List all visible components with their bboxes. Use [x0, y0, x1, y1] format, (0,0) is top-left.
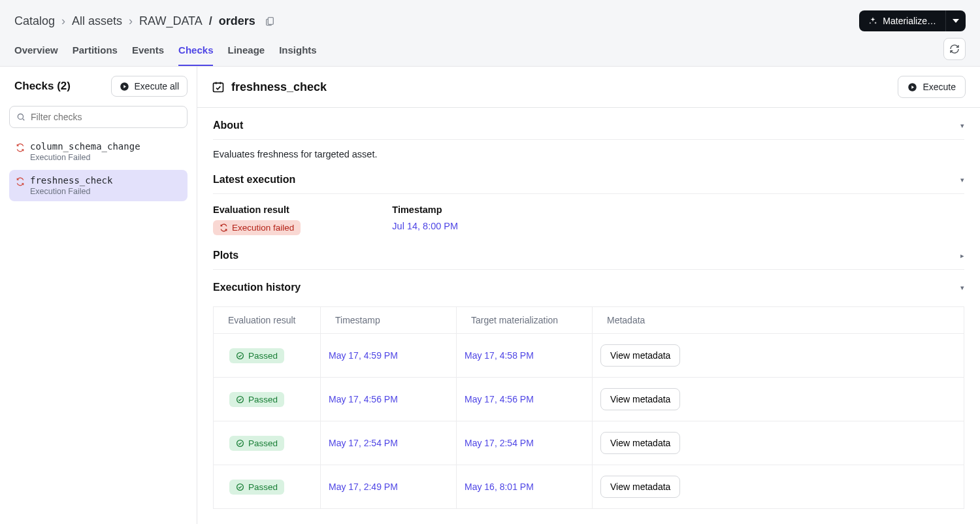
cell-timestamp: May 17, 2:49 PM: [321, 465, 457, 509]
cell-metadata: View metadata: [593, 465, 964, 509]
breadcrumb-all-assets[interactable]: All assets: [72, 14, 122, 28]
tab-overview[interactable]: Overview: [14, 37, 58, 66]
breadcrumb-catalog[interactable]: Catalog: [14, 14, 55, 28]
caret-right-icon: ▸: [960, 252, 964, 260]
materialize-dropdown[interactable]: [945, 10, 966, 31]
cell-evaluation-result: Passed: [214, 378, 321, 421]
play-circle-icon: [120, 82, 129, 91]
svg-rect-0: [268, 18, 273, 25]
breadcrumb-row: Catalog › All assets › RAW_DATA / orders…: [0, 0, 980, 37]
status-badge-label: Execution failed: [232, 223, 294, 233]
check-item-freshness-check[interactable]: freshness_check Execution Failed: [9, 170, 188, 201]
check-item-texts: freshness_check Execution Failed: [30, 175, 112, 196]
timestamp-link[interactable]: May 17, 2:54 PM: [329, 438, 398, 448]
tab-insights[interactable]: Insights: [279, 37, 317, 66]
check-item-name: freshness_check: [30, 175, 112, 186]
status-badge-label: Passed: [248, 351, 278, 361]
svg-point-2: [18, 114, 23, 119]
target-materialization-link[interactable]: May 16, 8:01 PM: [465, 482, 534, 492]
cell-target-materialization: May 17, 4:58 PM: [457, 334, 593, 378]
caret-down-icon: ▾: [960, 176, 964, 184]
latest-execution-heading: Latest execution: [213, 174, 295, 186]
tabs: Overview Partitions Events Checks Lineag…: [14, 37, 317, 66]
about-section: About ▾ Evaluates freshness for targeted…: [197, 108, 980, 162]
plots-heading-row[interactable]: Plots ▸: [213, 238, 964, 270]
sync-fail-icon: [220, 223, 228, 232]
topbar: Catalog › All assets › RAW_DATA / orders…: [0, 0, 980, 67]
cell-timestamp: May 17, 4:56 PM: [321, 378, 457, 421]
cell-target-materialization: May 17, 2:54 PM: [457, 421, 593, 465]
checks-sidebar: Checks (2) Execute all column_schema_cha…: [0, 67, 197, 524]
chevron-right-icon: ›: [61, 14, 65, 28]
execute-button-label: Execute: [923, 82, 956, 92]
content-title-text: freshness_check: [231, 80, 327, 94]
play-circle-icon: [907, 82, 917, 92]
svg-rect-3: [214, 83, 223, 91]
timestamp-link[interactable]: May 17, 4:56 PM: [329, 394, 398, 404]
plots-section: Plots ▸: [197, 238, 980, 270]
execution-history-heading: Execution history: [213, 282, 301, 293]
tab-checks[interactable]: Checks: [178, 37, 213, 66]
refresh-icon: [949, 44, 960, 54]
view-metadata-button[interactable]: View metadata: [600, 344, 680, 367]
breadcrumb-sep-slash: /: [209, 14, 212, 28]
col-evaluation-result: Evaluation result: [214, 307, 321, 334]
view-metadata-button[interactable]: View metadata: [600, 388, 680, 410]
status-badge: Execution failed: [213, 220, 301, 235]
timestamp-block: Timestamp Jul 14, 8:00 PM: [392, 205, 458, 235]
materialize-button-label: Materialize…: [883, 16, 936, 26]
check-circle-icon: [236, 439, 244, 448]
tab-events[interactable]: Events: [132, 37, 164, 66]
execution-history-heading-row[interactable]: Execution history ▾: [213, 270, 964, 301]
breadcrumb-raw-data[interactable]: RAW_DATA: [139, 14, 203, 28]
sidebar-title: Checks (2): [14, 80, 71, 93]
search-icon: [16, 112, 25, 122]
materialize-button[interactable]: Materialize…: [859, 10, 945, 31]
tab-partitions[interactable]: Partitions: [73, 37, 118, 66]
check-list: column_schema_change Execution Failed fr…: [0, 136, 197, 201]
about-heading: About: [213, 120, 243, 131]
about-heading-row[interactable]: About ▾: [213, 108, 964, 140]
clipboard-icon[interactable]: [262, 16, 275, 26]
refresh-button[interactable]: [943, 38, 966, 60]
check-badge-icon: [212, 80, 225, 93]
sync-fail-icon: [16, 141, 25, 162]
status-badge: Passed: [229, 436, 284, 451]
sparkle-icon: [868, 16, 877, 25]
view-metadata-button[interactable]: View metadata: [600, 476, 680, 498]
filter-input-wrap[interactable]: [9, 106, 188, 128]
table-row: PassedMay 17, 4:59 PMMay 17, 4:58 PMView…: [214, 334, 964, 378]
about-body: Evaluates freshness for targeted asset.: [213, 140, 964, 162]
timestamp-link[interactable]: May 17, 2:49 PM: [329, 482, 398, 492]
execute-button[interactable]: Execute: [898, 76, 966, 98]
col-target-materialization: Target materialization: [457, 307, 593, 334]
tab-lineage[interactable]: Lineage: [227, 37, 265, 66]
caret-down-icon: ▾: [960, 122, 964, 130]
latest-execution-heading-row[interactable]: Latest execution ▾: [213, 162, 964, 194]
sync-fail-icon: [16, 175, 25, 196]
sidebar-header: Checks (2) Execute all: [0, 67, 197, 106]
check-item-name: column_schema_change: [30, 141, 140, 152]
target-materialization-link[interactable]: May 17, 4:58 PM: [465, 350, 534, 361]
view-metadata-button[interactable]: View metadata: [600, 432, 680, 454]
status-badge-label: Passed: [248, 438, 278, 448]
filter-checks-input[interactable]: [31, 112, 180, 122]
target-materialization-link[interactable]: May 17, 4:56 PM: [465, 394, 534, 404]
status-badge-label: Passed: [248, 395, 278, 404]
target-materialization-link[interactable]: May 17, 2:54 PM: [465, 438, 534, 448]
cell-metadata: View metadata: [593, 334, 964, 378]
plots-heading: Plots: [213, 250, 238, 261]
cell-evaluation-result: Passed: [214, 465, 321, 509]
execute-all-button[interactable]: Execute all: [111, 76, 188, 97]
cell-timestamp: May 17, 4:59 PM: [321, 334, 457, 378]
timestamp-link[interactable]: Jul 14, 8:00 PM: [392, 221, 458, 231]
breadcrumb-asset[interactable]: orders: [219, 14, 255, 28]
check-circle-icon: [236, 352, 244, 360]
check-item-column-schema-change[interactable]: column_schema_change Execution Failed: [9, 136, 188, 167]
timestamp-link[interactable]: May 17, 4:59 PM: [329, 350, 398, 361]
breadcrumb: Catalog › All assets › RAW_DATA / orders: [14, 14, 275, 28]
materialize-button-group: Materialize…: [859, 10, 966, 31]
check-circle-icon: [236, 483, 244, 491]
caret-down-icon: [953, 18, 959, 24]
col-metadata: Metadata: [593, 307, 964, 334]
